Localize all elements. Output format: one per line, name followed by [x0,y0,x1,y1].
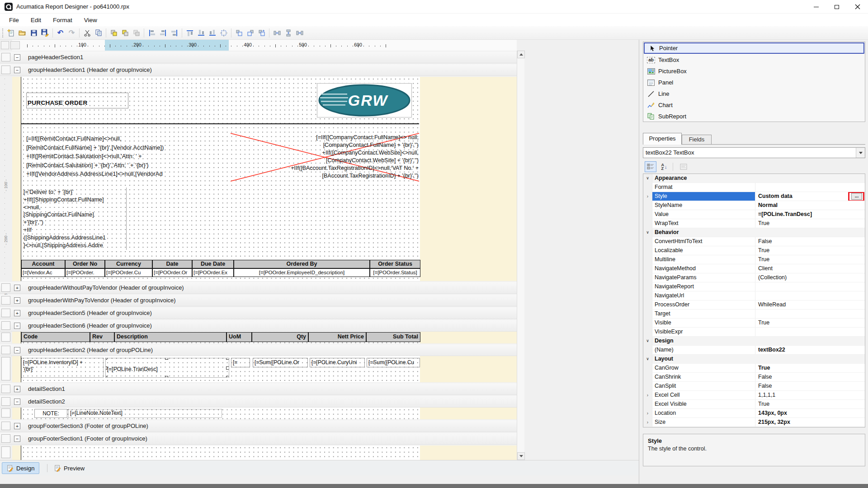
space-across-icon[interactable] [271,27,283,38]
canvas-selector-box[interactable] [1,357,10,380]
band-selector-box[interactable] [1,385,10,393]
expand-toggle-icon[interactable]: + [14,310,20,316]
property-row[interactable]: NavigateUrl [643,291,865,300]
section-band-pageHeaderSection1[interactable]: − pageHeaderSection1 [0,52,517,63]
property-row[interactable]: Localizable True [643,246,865,255]
col-header-sub-total[interactable]: Sub Total [366,332,420,342]
company-logo-picturebox[interactable]: GRW [317,83,412,117]
align-bottoms-icon[interactable] [207,27,218,38]
section-band-groupHeaderWithPayToVendor[interactable]: + groupHeaderWithPayToVendor (Header of … [0,295,517,306]
combo-dropdown-icon[interactable] [856,148,865,158]
scroll-up-icon[interactable] [517,51,525,58]
field-order-no[interactable]: [=[POOrder. [65,268,105,277]
menu-file[interactable]: File [9,17,19,23]
band-selector-box[interactable] [1,397,10,406]
align-middles-icon[interactable] [195,27,207,38]
company-contact-picturebox[interactable]: [=IIf([CompanyContact.FullName]<> null, … [230,133,420,182]
align-lefts-icon[interactable] [146,27,157,38]
menu-view[interactable]: View [84,17,97,23]
save-as-icon[interactable] [39,27,51,38]
expand-toggle-icon[interactable]: + [14,386,20,392]
property-value[interactable] [755,291,865,300]
menu-format[interactable]: Format [53,17,72,23]
property-row[interactable]: CanGrow True [643,364,865,373]
col-header-uom[interactable]: UoM [226,332,252,342]
expand-toggle-icon[interactable]: + [14,285,20,291]
pol-textbox[interactable]: [=[POL [231,358,250,367]
property-value[interactable]: False [755,237,865,246]
col-header-nett-price[interactable]: Nett Price [308,332,366,342]
property-value[interactable]: False [755,373,865,381]
property-row[interactable]: ∨ Layout [643,355,865,364]
property-row[interactable]: › Style Custom data ... [643,192,865,201]
field-currency[interactable]: [=[POOrder.Cu [105,268,152,277]
property-value[interactable]: False [755,382,865,390]
property-row[interactable]: › Excel Cell 1,1,1,1 [643,391,865,400]
section-band-groupFooterSection3[interactable]: + groupFooterSection3 (Footer of groupPO… [0,420,517,432]
close-button[interactable] [847,0,868,14]
section-band-detailSection1[interactable]: + detailSection1 [0,383,517,395]
property-row[interactable]: ProcessOrder WhileRead [643,300,865,310]
band-selector-box[interactable] [1,283,10,292]
trandesc-textbox-selected[interactable]: [=[POLine.TranDesc] [105,358,229,378]
collapse-toggle-icon[interactable]: − [14,54,20,61]
property-row[interactable]: WrapText True [643,219,865,228]
property-value[interactable]: True [755,219,865,228]
property-row[interactable]: Multiline True [643,255,865,264]
row-expander-icon[interactable]: › [643,192,652,201]
design-vertical-scrollbar[interactable] [517,51,524,460]
property-value[interactable]: Custom data ... [755,192,865,201]
section-band-groupHeaderSection2[interactable]: − groupHeaderSection2 (Header of groupPO… [0,344,517,356]
property-value[interactable]: 143px, 0px [755,409,865,418]
row-expander-icon[interactable]: ∨ [643,355,652,363]
section-band-groupHeaderWithoutPayToVendor[interactable]: + groupHeaderWithoutPayToVendor (Header … [0,282,517,294]
canvas-selector-box[interactable] [1,408,10,418]
toolbox-item-panel[interactable]: Panel [644,77,864,88]
property-value[interactable] [851,355,865,363]
row-expander-icon[interactable] [643,300,652,309]
divider-line[interactable] [21,123,419,124]
row-expander-icon[interactable] [643,219,652,228]
field-vendor-account[interactable]: [=[Vendor.Ac [21,268,65,277]
property-value[interactable] [851,228,865,237]
property-value[interactable]: True [755,364,865,372]
tab-preview[interactable]: Preview [50,462,89,474]
property-value[interactable]: textBox22 [755,346,865,354]
save-icon[interactable] [28,27,39,38]
selection-handle[interactable] [105,366,107,370]
row-expander-icon[interactable] [643,282,652,291]
row-expander-icon[interactable] [643,201,652,210]
row-expander-icon[interactable] [643,310,652,318]
send-to-back-icon[interactable] [119,27,131,38]
scroll-down-icon[interactable] [517,452,525,460]
tab-properties[interactable]: Properties [643,133,682,145]
selection-handle[interactable] [165,376,168,378]
property-value[interactable]: True [755,255,865,264]
property-row[interactable]: Value =[POLine.TranDesc] [643,210,865,219]
property-value[interactable] [755,310,865,318]
property-value[interactable]: WhileRead [755,300,865,309]
col-header-rev[interactable]: Rev [90,332,114,342]
row-expander-icon[interactable] [643,364,652,372]
make-same-size-icon[interactable] [256,27,267,38]
align-tops-icon[interactable] [184,27,195,38]
toolbox-item-pointer[interactable]: Pointer [644,42,864,54]
property-row[interactable]: NavigateReport [643,282,865,291]
section-band-groupHeaderSection1[interactable]: − groupHeaderSection1 (Header of groupIn… [0,64,517,76]
property-row[interactable]: › Location 143px, 0px [643,409,865,418]
property-value[interactable] [755,328,865,336]
property-row[interactable]: ∨ Behavior [643,228,865,237]
row-expander-icon[interactable] [643,373,652,381]
row-expander-icon[interactable]: › [643,418,652,427]
section-band-groupFooterSection1[interactable]: − groupFooterSection1 (Footer of groupIn… [0,433,517,445]
property-value[interactable] [851,174,865,183]
toolbox-item-chart[interactable]: Chart [644,99,864,111]
minimize-button[interactable] [806,0,826,14]
selection-handle[interactable] [226,366,229,370]
row-expander-icon[interactable] [643,400,652,408]
note-text-textbox[interactable]: [=[LineNote.NoteText] [68,409,222,418]
qty-sum-textbox[interactable]: [=Sum([POLine.Or [253,358,308,367]
property-value[interactable]: Client [755,264,865,273]
row-expander-icon[interactable] [643,255,652,264]
property-value[interactable]: True [755,400,865,408]
